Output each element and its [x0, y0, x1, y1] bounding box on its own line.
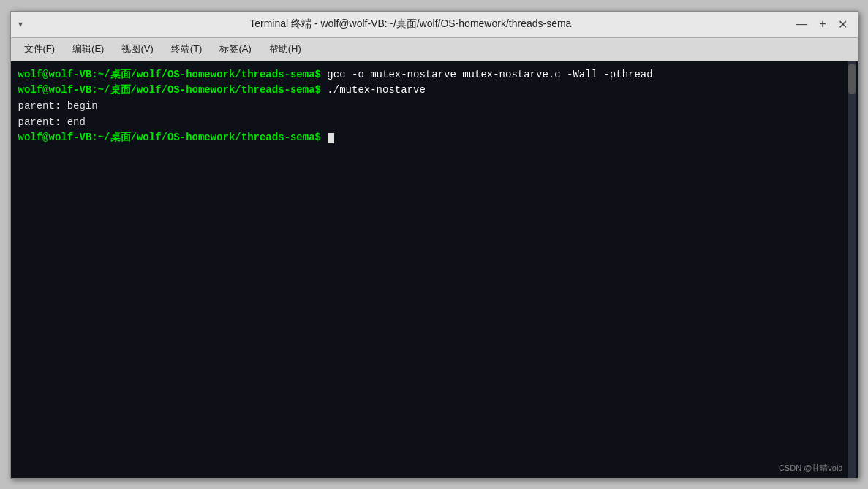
watermark: CSDN @甘晴void [779, 463, 843, 474]
terminal-cursor [328, 133, 334, 143]
menu-help[interactable]: 帮助(H) [262, 39, 309, 58]
prompt-1: wolf@wolf-VB:~/桌面/wolf/OS-homework/threa… [18, 69, 321, 80]
menu-view[interactable]: 视图(V) [114, 39, 160, 58]
dropdown-arrow-icon[interactable]: ▾ [18, 19, 23, 29]
window-title: Terminal 终端 - wolf@wolf-VB:~/桌面/wolf/OS-… [29, 18, 793, 31]
output-text-2: parent: end [18, 116, 86, 128]
terminal-window: ▾ Terminal 终端 - wolf@wolf-VB:~/桌面/wolf/O… [10, 11, 858, 479]
menu-terminal[interactable]: 终端(T) [164, 39, 210, 58]
menu-edit[interactable]: 编辑(E) [65, 39, 111, 58]
scrollbar[interactable] [848, 61, 856, 478]
terminal-output-1: parent: begin [18, 99, 850, 115]
cmd-space [321, 132, 327, 143]
title-bar: ▾ Terminal 终端 - wolf@wolf-VB:~/桌面/wolf/O… [11, 12, 858, 38]
scrollbar-thumb[interactable] [848, 64, 856, 94]
terminal-line-2: wolf@wolf-VB:~/桌面/wolf/OS-homework/threa… [18, 83, 850, 99]
terminal-area[interactable]: wolf@wolf-VB:~/桌面/wolf/OS-homework/threa… [11, 61, 858, 478]
prompt-3: wolf@wolf-VB:~/桌面/wolf/OS-homework/threa… [18, 132, 321, 143]
terminal-output-2: parent: end [18, 115, 850, 131]
minimize-button[interactable]: — [793, 16, 810, 32]
terminal-line-prompt: wolf@wolf-VB:~/桌面/wolf/OS-homework/threa… [18, 130, 850, 146]
menu-bar: 文件(F) 编辑(E) 视图(V) 终端(T) 标签(A) 帮助(H) [11, 38, 858, 61]
menu-tabs[interactable]: 标签(A) [212, 39, 258, 58]
terminal-line-1: wolf@wolf-VB:~/桌面/wolf/OS-homework/threa… [18, 67, 850, 83]
maximize-button[interactable]: + [816, 16, 829, 32]
cmd-2: ./mutex-nostarve [321, 84, 426, 96]
prompt-2: wolf@wolf-VB:~/桌面/wolf/OS-homework/threa… [18, 84, 321, 96]
terminal-content: wolf@wolf-VB:~/桌面/wolf/OS-homework/threa… [18, 67, 850, 146]
cmd-1: gcc -o mutex-nostarve mutex-nostarve.c -… [321, 69, 653, 80]
output-text-1: parent: begin [18, 100, 98, 112]
window-controls: — + ✕ [793, 16, 850, 33]
menu-file[interactable]: 文件(F) [17, 39, 63, 58]
close-button[interactable]: ✕ [835, 16, 850, 33]
